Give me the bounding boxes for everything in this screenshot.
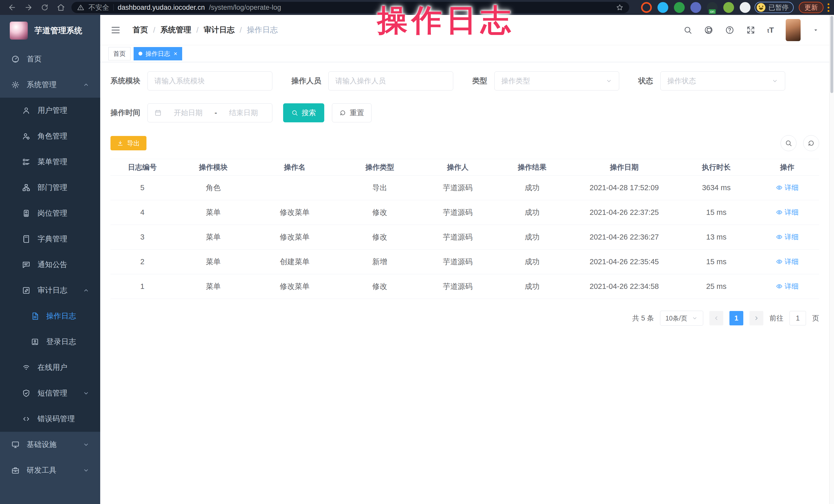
tab-首页[interactable]: 首页 (108, 47, 131, 60)
cell-action: 详细 (755, 225, 819, 249)
help-icon[interactable] (725, 25, 734, 35)
sidebar-item-role-mgmt[interactable]: 角色管理 (0, 123, 100, 149)
scrollbar-thumb[interactable] (830, 16, 833, 93)
search-icon[interactable] (683, 26, 692, 35)
cell-module: 菜单 (174, 225, 252, 249)
breadcrumb-separator: / (196, 26, 198, 35)
cell-action: 详细 (755, 249, 819, 274)
sidebar-item-online-users[interactable]: 在线用户 (0, 355, 100, 380)
module-input[interactable]: 请输入系统模块 (148, 71, 272, 90)
extension-icon[interactable]: on (707, 2, 718, 13)
chevron-right-icon (753, 315, 760, 322)
chevron-up-icon (83, 287, 89, 294)
security-label: 不安全 (88, 3, 109, 12)
breadcrumb-item[interactable]: 系统管理 (160, 25, 191, 35)
extension-icon[interactable] (740, 2, 750, 13)
tab-操作日志[interactable]: 操作日志× (134, 47, 182, 60)
date-range-input[interactable]: 开始日期 - 结束日期 (148, 103, 272, 122)
status-select[interactable]: 操作状态 (660, 71, 785, 90)
paused-extension-pill[interactable]: 已暂停 (754, 2, 794, 13)
detail-link[interactable]: 详细 (776, 183, 798, 192)
post-icon (22, 209, 31, 217)
sidebar-item-dict-mgmt[interactable]: 字典管理 (0, 226, 100, 252)
extension-icon[interactable] (690, 2, 701, 13)
column-header: 操作模块 (174, 159, 252, 176)
chevron-down-icon (692, 315, 698, 321)
sidebar-item-label: 首页 (27, 54, 42, 64)
page-number-button[interactable]: 1 (729, 311, 743, 325)
sidebar-item-label: 错误码管理 (38, 414, 75, 424)
export-button[interactable]: 导出 (110, 136, 147, 150)
browser-menu-icon[interactable] (828, 3, 829, 12)
browser-back-icon[interactable] (8, 3, 17, 12)
sidebar-toggle-icon[interactable] (110, 25, 121, 35)
operator-input[interactable]: 请输入操作人员 (328, 71, 453, 90)
sidebar-item-dept-mgmt[interactable]: 部门管理 (0, 175, 100, 200)
close-icon[interactable]: × (174, 50, 177, 57)
page-scrollbar[interactable] (829, 15, 834, 504)
breadcrumb-item[interactable]: 审计日志 (204, 25, 235, 35)
sidebar-item-operate-log[interactable]: 操作日志 (0, 303, 100, 329)
sidebar-item-errcode-mgmt[interactable]: 错误码管理 (0, 406, 100, 432)
extension-icon[interactable] (723, 2, 734, 13)
cell-type: 新增 (337, 249, 422, 274)
sidebar-item-menu-mgmt[interactable]: 菜单管理 (0, 149, 100, 175)
warning-icon (77, 4, 84, 11)
detail-link[interactable]: 详细 (776, 257, 798, 266)
sidebar-item-post-mgmt[interactable]: 岗位管理 (0, 200, 100, 226)
browser-reload-icon[interactable] (41, 3, 49, 12)
chevron-up-icon (83, 82, 89, 88)
cell-type: 修改 (337, 200, 422, 225)
github-icon[interactable] (704, 25, 713, 35)
prev-page-button[interactable] (709, 311, 723, 325)
detail-link[interactable]: 详细 (776, 232, 798, 242)
detail-link[interactable]: 详细 (776, 208, 798, 217)
toggle-search-button[interactable] (781, 135, 796, 151)
sidebar-item-system-mgmt[interactable]: 系统管理 (0, 72, 100, 98)
extension-icon[interactable] (674, 2, 685, 13)
sidebar-item-login-log[interactable]: 登录日志 (0, 329, 100, 355)
user-icon (22, 106, 31, 115)
app-logo[interactable]: 芋道管理系统 (0, 15, 100, 46)
total-count: 共 5 条 (632, 313, 654, 323)
detail-link[interactable]: 详细 (776, 282, 798, 291)
browser-update-button[interactable]: 更新 (799, 2, 824, 13)
bookmark-star-icon[interactable] (616, 4, 623, 11)
column-header: 操作 (755, 159, 819, 176)
sidebar-item-audit-log[interactable]: 审计日志 (0, 278, 100, 303)
sidebar-item-label: 系统管理 (27, 80, 57, 90)
logo-image (10, 22, 28, 40)
font-size-icon[interactable]: tT (767, 26, 774, 35)
eye-icon (776, 184, 783, 191)
browser-forward-icon[interactable] (24, 3, 33, 12)
extension-icon[interactable] (658, 2, 668, 13)
sidebar-item-infrastructure[interactable]: 基础设施 (0, 432, 100, 458)
sidebar-item-dev-tools[interactable]: 研发工具 (0, 458, 100, 483)
cell-module: 菜单 (174, 249, 252, 274)
browser-home-icon[interactable] (57, 3, 65, 12)
address-bar[interactable]: 不安全 dashboard.yudao.iocoder.cn /system/l… (71, 2, 629, 13)
sidebar-item-user-mgmt[interactable]: 用户管理 (0, 98, 100, 123)
sidebar-item-notice[interactable]: 通知公告 (0, 252, 100, 278)
cell-date: 2021-04-26 22:34:58 (571, 274, 678, 299)
type-select[interactable]: 操作类型 (494, 71, 619, 90)
refresh-table-button[interactable] (803, 135, 819, 151)
search-button[interactable]: 搜索 (283, 103, 324, 122)
sidebar-item-home[interactable]: 首页 (0, 46, 100, 72)
next-page-button[interactable] (749, 311, 763, 325)
extension-icon[interactable] (641, 2, 652, 13)
sidebar-item-sms-mgmt[interactable]: 短信管理 (0, 380, 100, 406)
cell-type: 修改 (337, 225, 422, 249)
fullscreen-icon[interactable] (746, 25, 755, 35)
breadcrumb-item[interactable]: 首页 (133, 25, 148, 35)
breadcrumb-separator: / (240, 26, 242, 35)
sidebar-item-label: 用户管理 (38, 105, 67, 116)
caret-down-icon[interactable] (812, 27, 819, 34)
page-size-select[interactable]: 10条/页 (660, 311, 703, 326)
goto-page-input[interactable]: 1 (790, 311, 806, 325)
avatar[interactable] (786, 19, 800, 41)
chevron-down-icon (606, 78, 612, 84)
sidebar-item-label: 菜单管理 (38, 157, 67, 167)
reset-button[interactable]: 重置 (332, 103, 372, 122)
sidebar-item-label: 角色管理 (38, 131, 67, 141)
